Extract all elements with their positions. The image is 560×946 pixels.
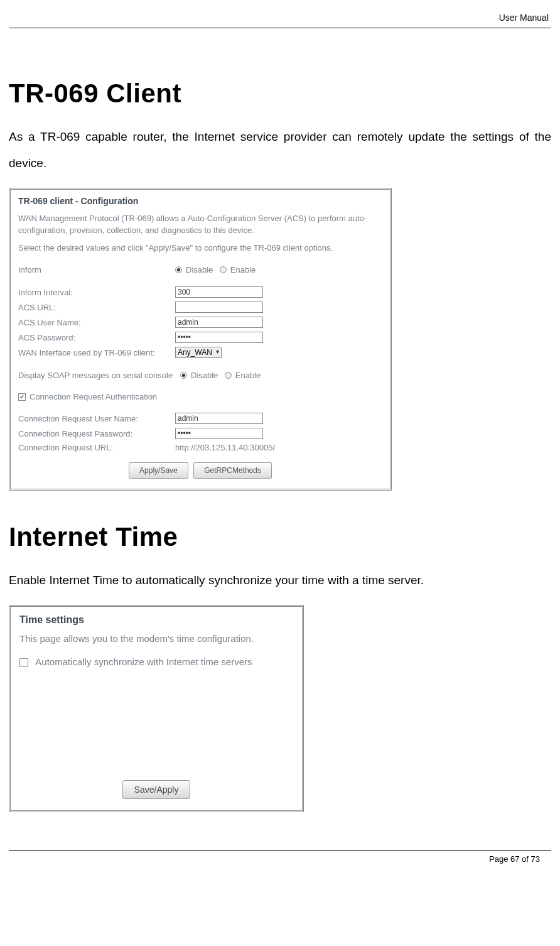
- auto-sync-label: Automatically synchronize with Internet …: [35, 656, 252, 667]
- header-rule: [9, 28, 551, 28]
- acs-pass-label: ACS Password:: [18, 333, 175, 342]
- time-settings-panel: Time settings This page allows you to th…: [9, 605, 304, 812]
- inform-disable-radio[interactable]: [175, 266, 182, 273]
- conn-auth-label: Connection Request Authentication: [30, 392, 157, 401]
- doc-header: User Manual: [9, 13, 551, 28]
- ts-desc: This page allows you to the modem's time…: [19, 633, 293, 644]
- intro-text-time: Enable Internet Time to automatically sy…: [9, 567, 551, 594]
- interval-label: Inform Interval:: [18, 288, 175, 297]
- panel-title: TR-069 client - Configuration: [18, 196, 382, 206]
- tr069-config-panel: TR-069 client - Configuration WAN Manage…: [9, 188, 392, 491]
- apply-save-button[interactable]: Apply/Save: [129, 462, 188, 479]
- soap-enable-radio[interactable]: [225, 372, 232, 379]
- conn-url-value: http://203.125.11.40:30005/: [175, 443, 275, 452]
- soap-label: Display SOAP messages on serial console: [18, 371, 180, 380]
- soap-disable-radio[interactable]: [180, 372, 187, 379]
- panel-desc2: Select the desired values and click "App…: [18, 242, 382, 254]
- acs-url-label: ACS URL:: [18, 303, 175, 312]
- acs-url-input[interactable]: [175, 302, 263, 313]
- wan-if-label: WAN Interface used by TR-069 client:: [18, 348, 175, 357]
- acs-user-input[interactable]: [175, 317, 263, 328]
- conn-user-label: Connection Request User Name:: [18, 414, 175, 423]
- save-apply-button[interactable]: Save/Apply: [122, 780, 191, 799]
- auto-sync-checkbox[interactable]: [19, 658, 28, 667]
- conn-user-input[interactable]: [175, 413, 263, 424]
- inform-enable-text: Enable: [230, 265, 256, 275]
- inform-label: Inform: [18, 265, 175, 275]
- section-title-time: Internet Time: [9, 522, 551, 552]
- ts-panel-title: Time settings: [19, 614, 293, 626]
- soap-enable-text: Enable: [235, 371, 261, 380]
- conn-url-label: Connection Request URL:: [18, 443, 175, 452]
- wan-if-select[interactable]: Any_WAN: [175, 347, 222, 358]
- conn-auth-checkbox[interactable]: ✓: [18, 393, 26, 401]
- inform-disable-text: Disable: [186, 265, 213, 275]
- section-title-tr069: TR-069 Client: [9, 79, 551, 109]
- panel-desc1: WAN Management Protocol (TR-069) allows …: [18, 212, 382, 237]
- acs-user-label: ACS User Name:: [18, 318, 175, 327]
- intro-text-tr069: As a TR-069 capable router, the Internet…: [9, 124, 551, 177]
- getrpc-button[interactable]: GetRPCMethods: [193, 462, 272, 479]
- interval-input[interactable]: [175, 286, 263, 298]
- soap-disable-text: Disable: [191, 371, 218, 380]
- conn-pass-input[interactable]: [175, 428, 263, 439]
- inform-enable-radio[interactable]: [220, 266, 227, 273]
- conn-pass-label: Connection Request Password:: [18, 429, 175, 438]
- page-footer: Page 67 of 73: [9, 851, 551, 864]
- acs-pass-input[interactable]: [175, 332, 263, 343]
